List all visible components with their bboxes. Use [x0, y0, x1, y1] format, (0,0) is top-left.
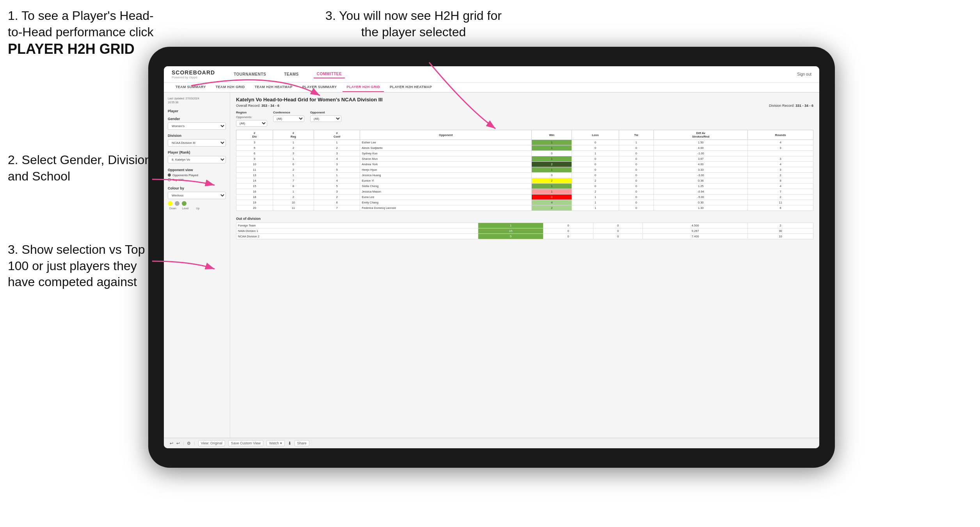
- cell-diff: 1.33: [654, 205, 748, 211]
- cell-win: 1: [532, 189, 572, 195]
- tablet-screen: SCOREBOARD Powered by clippd TOURNAMENTS…: [164, 66, 819, 448]
- cell-out-win: 1: [478, 223, 543, 228]
- table-row: 6 3 3 Sydney Kuo 0 1 0 -1.00: [236, 151, 813, 156]
- cell-out-loss: 0: [543, 228, 593, 234]
- cell-loss: 1: [572, 205, 619, 211]
- h2h-grid-table: #Div #Reg #Conf Opponent Win Loss Tie Di…: [236, 130, 813, 211]
- cell-conf: 7: [314, 205, 360, 211]
- sub-nav-team-summary[interactable]: TEAM SUMMARY: [172, 83, 210, 92]
- save-custom-btn[interactable]: Save Custom View: [228, 440, 263, 446]
- sign-out[interactable]: Sign out: [797, 72, 811, 76]
- cell-opponent: Jessica Mason: [360, 189, 532, 195]
- col-rounds: Rounds: [748, 130, 813, 140]
- cell-out-tie: 0: [593, 234, 643, 239]
- cell-opponent: Stella Cheng: [360, 184, 532, 189]
- cell-conf: 2: [314, 195, 360, 200]
- cell-out-tie: 0: [593, 223, 643, 228]
- cell-reg: 8: [273, 184, 314, 189]
- table-row: 9 1 4 Sharon Mun 1 0 0 3.67 3: [236, 156, 813, 162]
- sub-nav-team-h2h-heatmap[interactable]: TEAM H2H HEATMAP: [251, 83, 296, 92]
- cell-diff: 3.67: [654, 156, 748, 162]
- cell-conf: 5: [314, 184, 360, 189]
- conference-filter-group: Conference (All): [273, 111, 304, 122]
- cell-diff: 4.00: [654, 162, 748, 167]
- nav-teams[interactable]: TEAMS: [281, 71, 302, 78]
- watch-btn[interactable]: Watch ▾: [266, 440, 285, 446]
- cell-diff: 1.50: [654, 140, 748, 145]
- cell-tie: 1: [619, 140, 653, 145]
- cell-div: 16: [236, 189, 273, 195]
- gender-select[interactable]: Women's Men's: [168, 122, 226, 130]
- sub-nav-player-summary[interactable]: PLAYER SUMMARY: [298, 83, 341, 92]
- opponent-select[interactable]: (All): [310, 115, 341, 122]
- cell-loss: 1: [572, 200, 619, 205]
- table-row: 14 7 4 Eunice Yi 2 2 0 0.38 9: [236, 178, 813, 184]
- undo-icon[interactable]: ↩: [170, 441, 173, 446]
- settings-icon[interactable]: ⚙: [187, 441, 191, 446]
- col-win: Win: [532, 130, 572, 140]
- cell-diff: -0.94: [654, 189, 748, 195]
- cell-out-diff: 4.500: [643, 223, 748, 228]
- cell-out-rounds: 10: [748, 234, 813, 239]
- out-of-division-table: Foreign Team 1 0 0 4.500 2 NAIA Division…: [236, 223, 813, 239]
- table-row: 13 1 1 Jessica Huang 0 0 0 -3.00 2: [236, 173, 813, 178]
- cell-opponent: Alexis Sudjianto: [360, 145, 532, 151]
- nav-committee[interactable]: COMMITTEE: [314, 70, 345, 78]
- download-icon[interactable]: ⬇: [288, 441, 291, 446]
- instruction-step2: 2. Select Gender, Division and School: [8, 152, 152, 184]
- view-original-btn[interactable]: View: Original: [198, 440, 225, 446]
- opponent-view-section: Opponent view Opponents Played Top 100: [168, 168, 226, 182]
- division-select[interactable]: NCAA Division III: [168, 139, 226, 147]
- cell-reg: 2: [273, 195, 314, 200]
- cell-loss: 0: [572, 145, 619, 151]
- cell-diff: 0.38: [654, 178, 748, 184]
- share-btn[interactable]: Share: [295, 440, 309, 446]
- player-rank-filter: Player (Rank) 8. Katelyn Vo: [168, 150, 226, 163]
- tablet-device: SCOREBOARD Powered by clippd TOURNAMENTS…: [148, 47, 835, 468]
- colour-section: Colour by Win/loss Down Level Up: [168, 186, 226, 210]
- cell-reg: 7: [273, 178, 314, 184]
- cell-win: 1: [532, 145, 572, 151]
- cell-tie: 0: [619, 162, 653, 167]
- cell-tie: 0: [619, 156, 653, 162]
- overall-record: Overall Record: 353 - 34 - 6: [236, 104, 279, 108]
- colour-select[interactable]: Win/loss: [168, 192, 226, 199]
- cell-opponent: Sydney Kuo: [360, 151, 532, 156]
- nav-bar: SCOREBOARD Powered by clippd TOURNAMENTS…: [164, 66, 819, 83]
- redo-icon[interactable]: ↩: [176, 441, 180, 446]
- opponents-played-radio[interactable]: Opponents Played: [168, 173, 226, 177]
- right-panel: Katelyn Vo Head-to-Head Grid for Women's…: [230, 93, 819, 438]
- cell-div: 6: [236, 151, 273, 156]
- player-rank-select[interactable]: 8. Katelyn Vo: [168, 156, 226, 163]
- cell-conf: 1: [314, 173, 360, 178]
- table-row: 19 10 6 Emily Chang 4 1 0 0.30 11: [236, 200, 813, 205]
- cell-rounds: 6: [748, 205, 813, 211]
- cell-opponent: Federica Domecq Lacroze: [360, 205, 532, 211]
- cell-tie: 0: [619, 173, 653, 178]
- top-100-radio[interactable]: Top 100: [168, 178, 226, 182]
- cell-div: 14: [236, 178, 273, 184]
- sub-nav-player-h2h-heatmap[interactable]: PLAYER H2H HEATMAP: [386, 83, 436, 92]
- cell-out-rounds: 2: [748, 223, 813, 228]
- cell-div: 10: [236, 162, 273, 167]
- cell-diff: -3.00: [654, 173, 748, 178]
- cell-loss: 0: [572, 173, 619, 178]
- out-of-division-label: Out of division: [236, 217, 813, 221]
- sub-nav-team-h2h-grid[interactable]: TEAM H2H GRID: [212, 83, 249, 92]
- grid-title: Katelyn Vo Head-to-Head Grid for Women's…: [236, 97, 813, 103]
- cell-loss: 1: [572, 195, 619, 200]
- table-row: 10 6 3 Andrea York 2 0 0 4.00 4: [236, 162, 813, 167]
- cell-loss: 0: [572, 184, 619, 189]
- cell-rounds: 3: [748, 145, 813, 151]
- cell-out-win: 5: [478, 234, 543, 239]
- cell-win: 4: [532, 200, 572, 205]
- cell-opponent: Emily Chang: [360, 200, 532, 205]
- region-select[interactable]: (All): [236, 120, 267, 127]
- conference-select[interactable]: (All): [273, 115, 304, 122]
- colour-dot-level: [175, 201, 179, 206]
- nav-tournaments[interactable]: TOURNAMENTS: [231, 71, 269, 78]
- sub-nav-player-h2h-grid[interactable]: PLAYER H2H GRID: [343, 83, 384, 92]
- cell-loss: 1: [572, 151, 619, 156]
- cell-rounds: 7: [748, 189, 813, 195]
- cell-rounds: 11: [748, 200, 813, 205]
